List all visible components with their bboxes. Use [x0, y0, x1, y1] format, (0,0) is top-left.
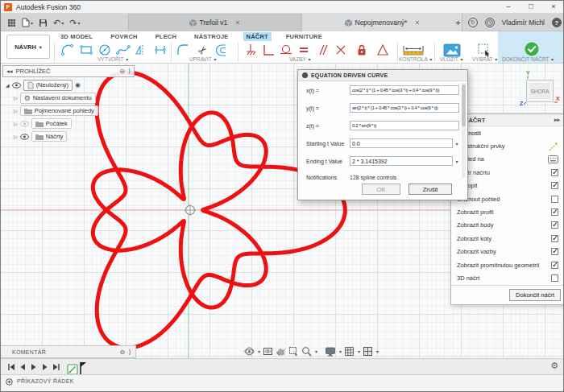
browser-root-row[interactable]: ◢ (Neuložený) ◉: [6, 79, 81, 91]
palette-item-show-projected[interactable]: Zobrazit promítnutou geometrii: [451, 258, 564, 271]
expand-item-icon[interactable]: ▷: [14, 95, 18, 101]
create-rectangle-tool-icon[interactable]: [78, 42, 94, 58]
expand-item-icon[interactable]: ▷: [14, 121, 18, 126]
3d-sketch-checkbox[interactable]: [551, 274, 558, 282]
browser-item-named-views[interactable]: ▷ Pojmenované pohledy: [14, 105, 98, 117]
construction-line-icon[interactable]: [549, 142, 558, 151]
slice-checkbox[interactable]: [551, 196, 558, 203]
timeline-settings-gear-icon[interactable]: ⚙: [550, 361, 558, 371]
tab-close-icon[interactable]: ×: [235, 19, 239, 27]
browser-header[interactable]: ◂◂ PROHLÍŽEČ ⊖ ⟩: [2, 65, 135, 77]
palette-item-3d-sketch[interactable]: 3D náčrt: [451, 271, 564, 284]
browser-item-label[interactable]: Náčrty: [46, 133, 64, 140]
ribbon-tab-surface[interactable]: POVRCH: [107, 32, 140, 41]
timeline-go-end-button[interactable]: [52, 363, 60, 371]
palette-item-snap[interactable]: Uchopit: [451, 179, 564, 192]
show-profile-checkbox[interactable]: [551, 208, 558, 216]
zoom-window-icon[interactable]: [288, 346, 299, 357]
ribbon-tab-tools[interactable]: NÁSTROJE: [191, 32, 231, 41]
palette-item-show-constraints[interactable]: Zobrazit vazby: [451, 246, 564, 258]
look-at-view-icon[interactable]: [263, 346, 273, 357]
insert-group-label[interactable]: VLOŽIT ▾: [440, 56, 462, 62]
undo-icon[interactable]: ↶▾: [52, 17, 65, 29]
timeline-step-back-button[interactable]: [19, 363, 27, 371]
root-document-label[interactable]: (Neuložený): [36, 81, 68, 89]
browser-resize-icon[interactable]: ⟩: [128, 68, 131, 75]
perpendicular-constraint-icon[interactable]: [260, 42, 276, 58]
new-file-icon[interactable]: ▾: [20, 17, 35, 28]
ribbon-tab-sheet-metal[interactable]: PLECH: [152, 32, 180, 41]
redo-icon[interactable]: ↷▾: [68, 17, 81, 29]
sketch-grid-checkbox[interactable]: [551, 169, 558, 176]
insert-image-icon[interactable]: [442, 42, 462, 58]
x-equation-input[interactable]: [350, 85, 459, 95]
job-status-icon[interactable]: ↻: [468, 18, 478, 27]
symmetry-constraint-icon[interactable]: [375, 42, 391, 58]
comment-bar[interactable]: KOMENTÁŘ ⊖ ⟩: [1, 345, 136, 358]
expand-item-icon[interactable]: ▷: [14, 108, 18, 113]
minimize-button[interactable]: –: [497, 1, 520, 13]
browser-item-origin[interactable]: ▷ Počátek: [14, 118, 72, 130]
finish-sketch-button[interactable]: Dokončit náčrt: [509, 289, 561, 301]
palette-item-look-at[interactable]: Pohled na: [451, 153, 564, 166]
inspect-group-label[interactable]: KONTROLA ▾: [399, 56, 432, 62]
display-dropdown-icon[interactable]: ▾: [339, 349, 342, 354]
create-slot-tool-icon[interactable]: [152, 42, 168, 58]
start-t-dropdown-icon[interactable]: ▾: [454, 138, 460, 148]
display-settings-icon[interactable]: [325, 346, 336, 357]
browser-item-label[interactable]: Nastavení dokumentu: [33, 94, 92, 101]
browser-item-label[interactable]: Pojmenované pohledy: [35, 107, 94, 114]
palette-item-show-dimensions[interactable]: Zobrazit kóty: [451, 232, 564, 245]
finish-group-label[interactable]: DOKONČIT NÁČRT ▾: [502, 56, 554, 62]
help-icon[interactable]: ?: [552, 18, 562, 27]
tab-close-icon[interactable]: ×: [415, 19, 419, 27]
select-group-label[interactable]: VYBRAT ▾: [472, 56, 497, 62]
create-mirror-tool-icon[interactable]: [134, 42, 150, 58]
new-tab-button[interactable]: +: [455, 18, 460, 27]
orbit-dropdown-icon[interactable]: ▾: [258, 349, 260, 354]
dock-panel-icon[interactable]: ◂◂: [6, 68, 13, 75]
midpoint-constraint-icon[interactable]: [333, 42, 349, 58]
parallel-constraint-icon[interactable]: [314, 42, 330, 58]
maximize-button[interactable]: □: [520, 1, 542, 13]
create-circle-tool-icon[interactable]: [97, 42, 113, 58]
command-line-bar[interactable]: PŘÍKAZOVÝ ŘÁDEK: [1, 374, 564, 392]
look-at-icon[interactable]: [548, 155, 558, 163]
grid-settings-icon[interactable]: [344, 346, 355, 357]
measure-tool-icon[interactable]: [401, 42, 425, 58]
dialog-scrollbar[interactable]: [462, 83, 466, 178]
palette-header[interactable]: NÁČRT ▸▸: [451, 114, 564, 126]
z-equation-input[interactable]: [350, 121, 459, 130]
command-line-icon[interactable]: [6, 378, 13, 386]
dialog-header[interactable]: EQUATION DRIVEN CURVE: [298, 70, 467, 81]
finish-check-icon[interactable]: [523, 40, 541, 58]
constraints-group-label[interactable]: VAZBY ▾: [289, 56, 311, 62]
notification-clock-icon[interactable]: [485, 18, 495, 27]
palette-item-show-profile[interactable]: Zobrazit profil: [451, 205, 564, 218]
viewports-dropdown-icon[interactable]: ▾: [376, 349, 379, 354]
browser-item-label[interactable]: Počátek: [46, 120, 68, 127]
equal-constraint-icon[interactable]: [296, 42, 312, 58]
browser-item-document-settings[interactable]: ▷ ⚙ Nastavení dokumentu: [14, 92, 96, 104]
show-points-checkbox[interactable]: [551, 221, 558, 229]
y-equation-input[interactable]: [350, 103, 459, 113]
ribbon-tab-3d-model[interactable]: 3D MODEL: [57, 32, 96, 41]
fillet-tool-icon[interactable]: [175, 42, 191, 58]
palette-item-show-points[interactable]: Zobrazit body: [451, 219, 564, 232]
zoom-dropdown-icon[interactable]: ▾: [315, 349, 317, 354]
save-icon[interactable]: [37, 18, 49, 28]
cancel-button[interactable]: Zrušit: [408, 184, 452, 195]
select-tool-icon[interactable]: [476, 42, 492, 58]
create-group-label[interactable]: VYTVOŘIT ▾: [97, 56, 128, 62]
expand-item-icon[interactable]: ▷: [14, 134, 18, 139]
create-line-tool-icon[interactable]: [60, 42, 76, 58]
grid-dropdown-icon[interactable]: ▾: [358, 349, 360, 354]
ok-button[interactable]: OK: [362, 184, 400, 195]
document-tab-trefoil[interactable]: Trefoil v1 ×: [128, 14, 301, 31]
timeline-play-button[interactable]: [30, 363, 38, 371]
show-constraints-checkbox[interactable]: [551, 248, 558, 255]
comment-collapse-icon[interactable]: ⊖: [120, 349, 126, 356]
timeline-step-forward-button[interactable]: [41, 363, 49, 371]
expand-root-icon[interactable]: ◢: [6, 82, 10, 88]
document-tab-label[interactable]: Trefoil v1: [200, 19, 228, 27]
